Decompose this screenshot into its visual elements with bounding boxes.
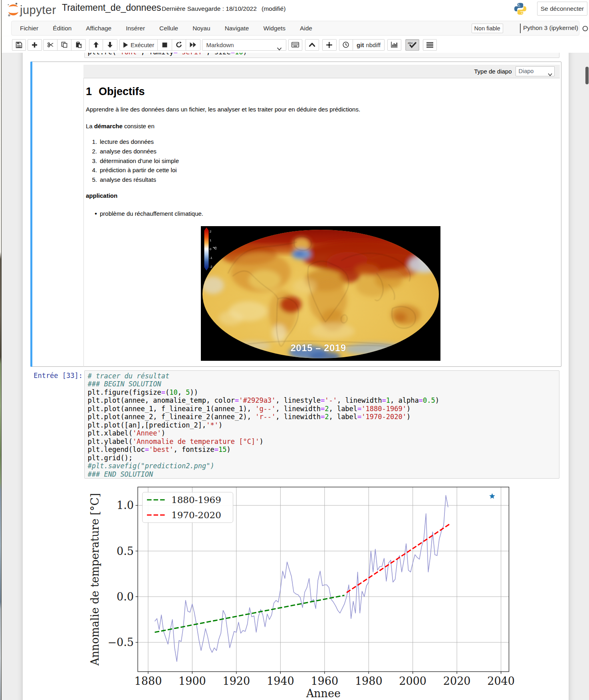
code-token: , fontsize — [173, 445, 214, 453]
code-token: 'r--' — [255, 413, 276, 421]
list-number: 4. — [89, 165, 97, 175]
jupyter-logo[interactable]: jupyter — [4, 1, 58, 20]
code-token: #plt.savefig("prediction2.png") — [88, 462, 214, 470]
paragraph-bold-text: démarche — [94, 123, 123, 129]
code-token: plt.plot(annee, anomalie_temp, color — [88, 396, 235, 404]
notebook-title[interactable]: Traitement_de_donnees — [62, 2, 161, 13]
x-tick-label: 1920 — [223, 675, 250, 687]
restart-run-all-button[interactable] — [186, 39, 200, 51]
code-token: plt.rc( — [88, 53, 117, 56]
code-token: ) — [435, 396, 439, 404]
code-token: , family — [141, 53, 174, 56]
run-cell-button[interactable]: Exécuter — [119, 39, 158, 51]
arrow-down-icon — [107, 42, 113, 48]
trust-status-button[interactable]: Non fiable — [472, 24, 504, 33]
menu-edition[interactable]: Édition — [46, 21, 79, 35]
slide-type-select[interactable]: Diapo — [516, 66, 555, 76]
markdown-cell[interactable]: Type de diapo Diapo 1Objectifs Apprendre… — [30, 62, 562, 367]
trend-fit-line — [155, 595, 345, 632]
code-token: '#2929a3' — [239, 396, 276, 404]
table-of-contents-button[interactable] — [423, 39, 437, 51]
git-nbdiff-button[interactable]: git nbdiff — [353, 39, 385, 51]
menu-aide[interactable]: Aide — [293, 21, 319, 35]
code-token: , label — [329, 405, 357, 413]
list-item-text: prédiction à partir de cette loi — [100, 167, 177, 173]
code-token: plt.plot([an],[prediction_2], — [88, 421, 206, 429]
code-token: = — [173, 53, 177, 56]
menu-bar: Fichier Édition Affichage Insérer Cellul… — [11, 21, 579, 36]
menu-noyau[interactable]: Noyau — [185, 21, 218, 35]
paste-cell-button[interactable] — [71, 39, 86, 51]
chevron-down-icon — [548, 70, 552, 79]
map-caption: 2015 – 2019 — [291, 342, 346, 353]
list-item-text: problème du réchauffement climatique. — [100, 210, 203, 217]
code-line: ### END SOLUTION — [88, 470, 439, 479]
menu-fichier[interactable]: Fichier — [13, 21, 46, 35]
paste-icon — [75, 42, 82, 48]
code-token: = — [321, 396, 325, 404]
toolbar: Exécuter Markdown — [2, 36, 589, 53]
x-tick-label: 1900 — [178, 675, 206, 687]
paragraph-text: La — [86, 123, 94, 129]
list-number: 2. — [89, 147, 97, 156]
colorbar-tick: -2 — [210, 265, 212, 268]
cell-type-value: Markdown — [206, 42, 234, 48]
colorbar-unit: °C — [213, 246, 217, 250]
insert-cell-below-button[interactable] — [28, 39, 42, 51]
code-token: , linestyle — [276, 396, 321, 404]
code-token: ### END SOLUTION — [88, 470, 153, 478]
copy-icon — [61, 42, 67, 48]
menu-affichage[interactable]: Affichage — [79, 21, 119, 35]
interrupt-kernel-button[interactable] — [158, 39, 172, 51]
cell-toolbar: Type de diapo Diapo — [83, 65, 560, 78]
kernel-name[interactable]: Python 3 (ipykernel) — [523, 24, 578, 32]
run-button-label: Exécuter — [131, 42, 154, 48]
move-cell-up-button[interactable] — [89, 39, 103, 51]
spellchecker-toggle-button[interactable]: abc — [405, 39, 420, 51]
cut-icon — [47, 42, 54, 48]
scrollbar-thumb[interactable] — [585, 67, 589, 84]
code-token: plt.plot(annee_2, f_lineaire_2(annee_2), — [88, 413, 256, 421]
command-palette-button[interactable] — [288, 39, 303, 51]
execute-time-button[interactable] — [339, 39, 353, 51]
logout-button[interactable]: Se déconnecter — [537, 2, 587, 16]
clipped-code-cell[interactable]: plt.rc('font', family='serif', size=16) — [84, 53, 559, 58]
menu-navigate[interactable]: Navigate — [218, 21, 256, 35]
copy-cell-button[interactable] — [58, 39, 72, 51]
code-token: , linewidth — [276, 405, 321, 413]
nbextension-chart-button[interactable] — [387, 39, 402, 51]
save-button[interactable] — [12, 39, 26, 51]
inner-cell-divider — [83, 65, 84, 367]
code-token: 16 — [235, 53, 243, 56]
x-tick-label: 1880 — [135, 675, 162, 687]
code-token: ) — [227, 445, 231, 453]
list-number: 1. — [89, 137, 97, 147]
move-cell-down-button[interactable] — [103, 39, 117, 51]
scroll-up-button[interactable] — [305, 39, 319, 51]
code-line: #plt.savefig("prediction2.png") — [88, 462, 439, 470]
move-widget-button[interactable] — [322, 39, 337, 51]
code-token: 2 — [325, 413, 329, 421]
menu-inserer[interactable]: Insérer — [119, 21, 152, 35]
menu-list: Fichier Édition Affichage Insérer Cellul… — [13, 21, 319, 35]
colorbar-tick: 1 — [210, 239, 211, 242]
legend-label: 1880-1969 — [171, 495, 221, 505]
code-token: plt.grid(); — [88, 454, 133, 462]
code-token: 5 — [186, 388, 190, 396]
list-icon — [426, 42, 433, 48]
list-bullet: • — [89, 209, 97, 219]
cell-type-select[interactable]: Markdown — [202, 39, 286, 51]
markdown-paragraph: Apprendre à lire des données dans un fic… — [86, 105, 360, 113]
prediction-star-marker — [489, 493, 495, 499]
code-token: '1970-2020' — [361, 413, 407, 421]
keyboard-icon — [292, 42, 299, 48]
cut-cell-button[interactable] — [43, 39, 58, 51]
menu-widgets[interactable]: Widgets — [256, 21, 293, 35]
code-token: 0.5 — [423, 396, 435, 404]
list-item: 1.lecture des données — [89, 137, 179, 147]
menu-cellule[interactable]: Cellule — [152, 21, 185, 35]
code-cell-input[interactable]: # tracer du résultat### BEGIN SOLUTIONpl… — [84, 370, 559, 479]
code-line: plt.legend(loc='best', fontsize=15) — [88, 445, 439, 454]
restart-kernel-button[interactable] — [172, 39, 186, 51]
code-token: 'serif' — [178, 53, 206, 56]
